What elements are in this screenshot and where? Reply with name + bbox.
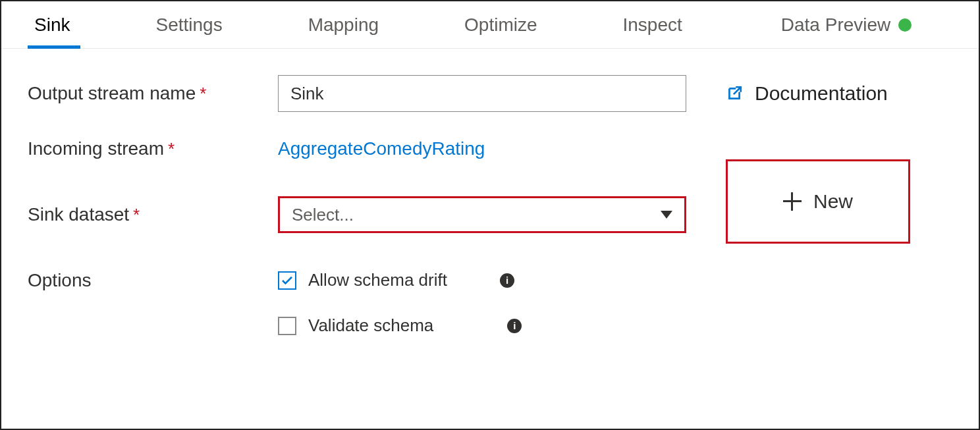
plus-icon: [783, 192, 802, 211]
info-icon[interactable]: i: [500, 273, 514, 288]
required-asterisk: *: [168, 139, 175, 159]
tab-optimize[interactable]: Optimize: [445, 1, 557, 49]
output-stream-name-input[interactable]: [278, 75, 686, 112]
tab-active-indicator: [28, 45, 80, 49]
row-output-stream-name: Output stream name * Documentation: [28, 75, 952, 112]
row-incoming-stream: Incoming stream * AggregateComedyRating: [28, 138, 952, 159]
label-output-stream-name: Output stream name *: [28, 83, 278, 104]
option-allow-schema-drift: Allow schema drift i: [278, 270, 514, 290]
incoming-stream-link[interactable]: AggregateComedyRating: [278, 138, 485, 159]
sink-dataset-select[interactable]: Select...: [278, 196, 686, 233]
allow-schema-drift-checkbox[interactable]: [278, 271, 296, 290]
validate-schema-label: Validate schema: [308, 315, 433, 336]
tab-mapping-label: Mapping: [308, 14, 379, 36]
status-dot-icon: [898, 18, 912, 32]
required-asterisk: *: [200, 84, 206, 104]
documentation-label: Documentation: [755, 82, 888, 105]
option-validate-schema: Validate schema i: [278, 315, 522, 336]
select-placeholder: Select...: [292, 205, 354, 225]
tab-data-preview-label: Data Preview: [781, 14, 891, 36]
documentation-link[interactable]: Documentation: [726, 82, 888, 105]
external-link-icon: [726, 85, 743, 102]
checkmark-icon: [281, 276, 293, 285]
label-sink-dataset: Sink dataset *: [28, 204, 278, 225]
tab-optimize-label: Optimize: [464, 14, 537, 36]
sink-config-panel: Sink Settings Mapping Optimize Inspect D…: [0, 0, 980, 430]
allow-schema-drift-label: Allow schema drift: [308, 270, 447, 290]
label-options: Options: [28, 270, 278, 291]
tab-inspect[interactable]: Inspect: [603, 1, 702, 49]
tabs-bar: Sink Settings Mapping Optimize Inspect D…: [1, 1, 979, 49]
tab-data-preview[interactable]: Data Preview: [761, 1, 932, 49]
validate-schema-checkbox[interactable]: [278, 317, 296, 335]
tab-settings[interactable]: Settings: [136, 1, 242, 49]
info-icon[interactable]: i: [507, 319, 522, 333]
row-options: Options Allow schema drift i Validate sc…: [28, 270, 952, 361]
label-incoming-stream: Incoming stream *: [28, 138, 278, 159]
tab-sink[interactable]: Sink: [14, 1, 90, 49]
form-content: Output stream name * Documentation Incom…: [1, 49, 979, 361]
tab-mapping[interactable]: Mapping: [288, 1, 398, 49]
tab-sink-label: Sink: [34, 14, 70, 36]
caret-down-icon: [661, 211, 672, 219]
new-button-label: New: [813, 190, 853, 213]
tab-inspect-label: Inspect: [623, 14, 682, 36]
row-sink-dataset: Sink dataset * Select... New: [28, 186, 952, 244]
new-button[interactable]: New: [726, 159, 910, 244]
required-asterisk: *: [133, 205, 140, 225]
tab-settings-label: Settings: [155, 14, 222, 36]
